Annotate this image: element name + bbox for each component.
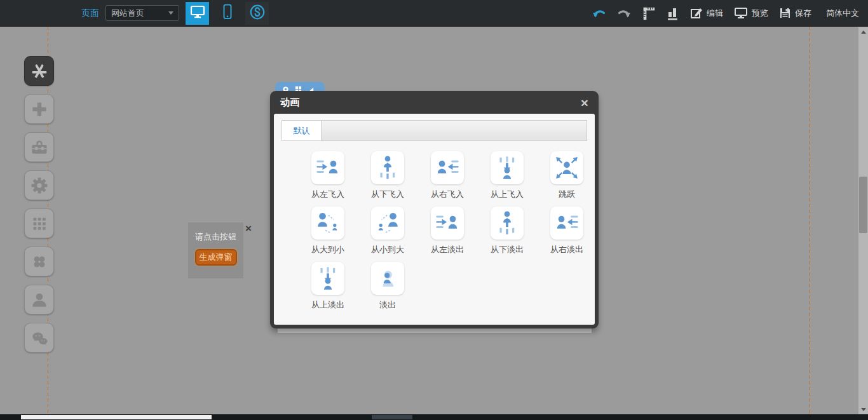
top-toolbar: 页面 网站首页 编辑预览保存简体中文 [0, 0, 868, 27]
page-select-value: 网站首页 [111, 8, 144, 19]
animation-option-label: 从左飞入 [298, 189, 358, 200]
chevron-down-icon [168, 11, 173, 15]
user-icon [30, 290, 49, 309]
wechat-icon [30, 329, 49, 348]
animation-option-label: 从右飞入 [417, 189, 477, 200]
horizontal-scrollbar[interactable] [0, 414, 868, 420]
animation-grid: 从左飞入从下飞入从右飞入从上飞入跳跃从大到小从小到大从左淡出从下淡出从右淡出从上… [281, 141, 587, 317]
stats-icon [667, 6, 679, 20]
animation-option-small-to-big[interactable]: 从小到大 [358, 207, 417, 262]
dialog-title: 动画 [280, 97, 299, 109]
animation-option-fade-right[interactable]: 从右淡出 [537, 207, 595, 262]
mobile-view-button[interactable] [215, 2, 239, 25]
editor-window: 页面 网站首页 编辑预览保存简体中文 请点击按钮 生成弹窗 × [0, 0, 868, 420]
fade-icon [371, 262, 404, 295]
grid-icon [30, 214, 49, 233]
sidebar-item-app-market[interactable] [24, 56, 54, 86]
animation-option-fly-in-right[interactable]: 从右飞入 [417, 151, 477, 207]
animation-option-fly-in-left[interactable]: 从左飞入 [298, 151, 358, 207]
small-to-big-icon [371, 207, 404, 240]
desktop-view-button[interactable] [186, 2, 209, 25]
generate-popup-button[interactable]: 生成弹窗 [195, 249, 237, 266]
element-behind-modal [278, 328, 592, 333]
page-label: 页面 [81, 8, 99, 19]
animation-option-label: 跳跃 [537, 189, 595, 200]
scroll-up-icon[interactable] [861, 30, 866, 34]
sidebar-item-settings[interactable] [24, 170, 54, 200]
language-label: 简体中文 [826, 8, 859, 19]
preview-icon [734, 7, 748, 19]
animation-option-label: 从上飞入 [477, 189, 537, 200]
dialog-header[interactable]: 动画 × [270, 91, 599, 114]
edit-icon [690, 7, 703, 20]
gear-icon [30, 176, 49, 195]
redo-button[interactable] [617, 8, 631, 18]
close-icon[interactable]: × [581, 96, 588, 109]
fly-in-bottom-icon [371, 151, 404, 184]
fly-in-top-icon [491, 151, 524, 184]
ruler-icon [642, 6, 656, 21]
animation-option-big-to-small[interactable]: 从大到小 [298, 207, 358, 262]
toolbar-left: 页面 网站首页 [81, 2, 269, 25]
horizontal-scrollbar-thumb[interactable] [21, 415, 212, 419]
undo-icon [592, 8, 606, 18]
fade-right-icon [550, 207, 583, 240]
animation-option-label: 从右淡出 [537, 244, 595, 255]
animation-option-label: 淡出 [358, 299, 417, 311]
sidebar-item-modules[interactable] [24, 208, 54, 238]
big-to-small-icon [311, 207, 344, 240]
animation-option-fade-left[interactable]: 从左淡出 [417, 207, 477, 262]
save-button[interactable]: 保存 [779, 7, 811, 19]
toolbox-icon [30, 138, 49, 157]
animation-option-fade-bottom[interactable]: 从下淡出 [477, 207, 537, 262]
animation-option-fade[interactable]: 淡出 [358, 262, 417, 317]
stats-button[interactable] [667, 6, 679, 20]
close-icon[interactable]: × [245, 223, 252, 234]
edit-button[interactable]: 编辑 [690, 7, 723, 20]
popup-trigger-text: 请点击按钮 [188, 231, 243, 243]
tab-bar: 默认 [281, 120, 587, 141]
right-guide-line [810, 27, 810, 414]
jump-icon [550, 151, 583, 184]
vertical-scrollbar[interactable] [858, 27, 868, 414]
sidebar-item-wechat[interactable] [24, 323, 54, 353]
sidebar-item-widgets[interactable] [24, 247, 54, 276]
animation-option-label: 从下飞入 [358, 189, 417, 200]
link-icon [248, 3, 266, 24]
horizontal-scrollbar-segment [372, 415, 412, 419]
animation-option-label: 从小到大 [358, 244, 417, 255]
tab-default[interactable]: 默认 [282, 121, 322, 140]
fade-top-icon [311, 262, 344, 295]
dialog-body: 默认 从左飞入从下飞入从右飞入从上飞入跳跃从大到小从小到大从左淡出从下淡出从右淡… [274, 114, 595, 325]
link-button[interactable] [245, 2, 269, 25]
preview-label: 预览 [752, 8, 768, 19]
sidebar-item-toolbox[interactable] [24, 132, 54, 162]
preview-button[interactable]: 预览 [734, 7, 768, 19]
page-select[interactable]: 网站首页 [105, 5, 179, 21]
scroll-down-icon[interactable] [861, 408, 866, 411]
sidebar-item-member[interactable] [24, 285, 54, 315]
redo-icon [617, 8, 631, 18]
animation-option-label: 从上淡出 [298, 299, 358, 311]
fade-left-icon [431, 207, 464, 240]
plus-icon [30, 100, 49, 119]
ruler-button[interactable] [642, 6, 656, 21]
fade-bottom-icon [491, 207, 524, 240]
toolbar-right: 编辑预览保存简体中文 [592, 6, 859, 21]
animation-option-label: 从下淡出 [477, 244, 537, 255]
animation-option-fly-in-top[interactable]: 从上飞入 [477, 151, 537, 207]
animation-option-fly-in-bottom[interactable]: 从下飞入 [358, 151, 417, 207]
animation-option-jump[interactable]: 跳跃 [537, 151, 595, 207]
fly-in-right-icon [431, 151, 464, 184]
animation-option-label: 从大到小 [298, 244, 358, 255]
vertical-scrollbar-thumb[interactable] [859, 177, 867, 233]
appmarket-icon [30, 62, 49, 81]
animation-option-fade-top[interactable]: 从上淡出 [298, 262, 358, 317]
language-button[interactable]: 简体中文 [826, 8, 859, 19]
popup-trigger-element[interactable]: 请点击按钮 生成弹窗 × [188, 222, 243, 278]
fly-in-left-icon [311, 151, 344, 184]
undo-button[interactable] [592, 8, 606, 18]
sidebar-item-add-module[interactable] [24, 94, 54, 124]
animation-option-label: 从左淡出 [417, 244, 477, 255]
sidebar [24, 56, 54, 353]
